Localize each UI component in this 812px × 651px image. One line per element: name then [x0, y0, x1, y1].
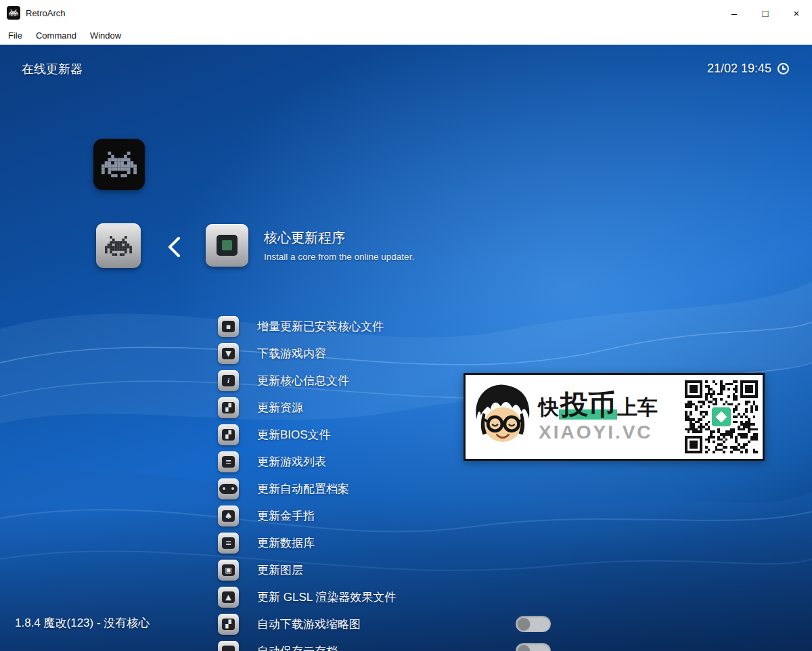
list-item[interactable]: ≡ 更新数据库	[218, 529, 597, 556]
menu-item-label: 自动保存云存档	[257, 644, 338, 651]
chip-icon: ▪	[218, 316, 239, 337]
page-title: 在线更新器	[22, 61, 83, 77]
datetime-label: 21/02 19:45	[707, 62, 771, 76]
menu-file[interactable]: File	[1, 30, 29, 41]
watermark-text: 快投币上车 XIAOYI.VC	[535, 390, 685, 443]
datetime: 21/02 19:45	[707, 62, 789, 76]
watermark-headline: 快投币上车	[539, 390, 685, 420]
chip-icon	[217, 235, 238, 256]
window-title: RetroArch	[26, 8, 66, 18]
minimize-button[interactable]: –	[719, 0, 750, 26]
menu-item-label: 更新数据库	[257, 535, 315, 551]
version-status: 1.8.4 魔改(123) - 没有核心	[15, 615, 150, 631]
list-item[interactable]: ♠ 更新金手指	[218, 502, 597, 529]
menu-item-label: 更新BIOS文件	[257, 427, 331, 443]
watermark-suffix: 上车	[617, 397, 658, 418]
menu-item-label: 更新图层	[257, 562, 303, 578]
menu-command[interactable]: Command	[29, 30, 83, 41]
watermark-prefix: 快	[539, 397, 559, 418]
thumbnail-icon: ▞	[218, 614, 239, 635]
list-item[interactable]: ▞ 自动下载游戏缩略图	[218, 610, 597, 637]
database-icon: ≡	[218, 533, 239, 554]
menu-item-label: 更新游戏列表	[257, 454, 326, 470]
window-controls: – □ ×	[719, 0, 812, 26]
selected-entry-title[interactable]: 核心更新程序	[264, 229, 345, 247]
retroarch-app-icon	[7, 6, 20, 20]
list-item[interactable]: ☁ 自动保存云存档	[218, 637, 597, 651]
menubar: File Command Window	[0, 26, 812, 45]
watermark-banner: 快投币上车 XIAOYI.VC	[464, 373, 765, 461]
image-icon: ▞	[218, 397, 239, 418]
menu-item-label: 更新资源	[257, 400, 303, 416]
toggle-switch[interactable]	[516, 616, 551, 632]
clock-icon	[777, 63, 789, 74]
gamepad-icon	[218, 478, 239, 499]
menu-item-label: 下载游戏内容	[257, 346, 326, 361]
shader-icon: ▲	[218, 587, 239, 608]
list-item[interactable]: ▪ 增量更新已安装核心文件	[218, 313, 597, 340]
watermark-site: XIAOYI.VC	[539, 422, 685, 443]
menu-item-label: 自动下载游戏缩略图	[257, 616, 361, 632]
menu-list: ▪ 增量更新已安装核心文件 ▼ 下载游戏内容 i 更新核心信息文件 ▞ 更新资源…	[218, 313, 597, 651]
menu-item-label: 更新 GLSL 渲染器效果文件	[257, 589, 396, 605]
avatar	[470, 381, 535, 453]
playlist-icon: ≡	[218, 451, 239, 472]
menu-item-label: 更新自动配置档案	[257, 481, 349, 497]
toggle-switch[interactable]	[516, 643, 551, 651]
menu-item-label: 增量更新已安装核心文件	[257, 319, 384, 334]
maximize-button[interactable]: □	[750, 0, 781, 26]
spade-icon: ♠	[218, 506, 239, 526]
xmb-screen: 在线更新器 21/02 19:45 核心更新程序 Install a core …	[0, 45, 812, 651]
selected-entry-subtitle: Install a core from the online updater.	[264, 252, 414, 262]
back-arrow-icon	[167, 236, 181, 258]
core-updater-icon-tile[interactable]	[206, 224, 248, 267]
overlay-icon: ▣	[218, 560, 239, 581]
list-item[interactable]: ▣ 更新图层	[218, 556, 597, 583]
download-icon: ▼	[218, 343, 239, 364]
menu-item-label: 更新金手指	[257, 508, 315, 524]
online-updater-icon-tile	[96, 223, 141, 268]
bios-icon: ▞	[218, 424, 239, 445]
titlebar: RetroArch – □ ×	[0, 0, 812, 26]
retroarch-window: RetroArch – □ × File Command Window 在线更新…	[0, 0, 812, 651]
list-item[interactable]: 更新自动配置档案	[218, 475, 597, 502]
list-item[interactable]: ▼ 下载游戏内容	[218, 340, 597, 367]
qr-code	[685, 380, 758, 453]
menu-window[interactable]: Window	[83, 30, 128, 41]
retroarch-logo-tile	[93, 139, 145, 190]
cloud-icon: ☁	[218, 641, 239, 651]
info-icon: i	[218, 370, 239, 391]
watermark-highlight: 投币	[559, 390, 617, 420]
list-item[interactable]: ▲ 更新 GLSL 渲染器效果文件	[218, 583, 597, 610]
menu-item-label: 更新核心信息文件	[257, 373, 349, 388]
close-button[interactable]: ×	[781, 0, 812, 26]
